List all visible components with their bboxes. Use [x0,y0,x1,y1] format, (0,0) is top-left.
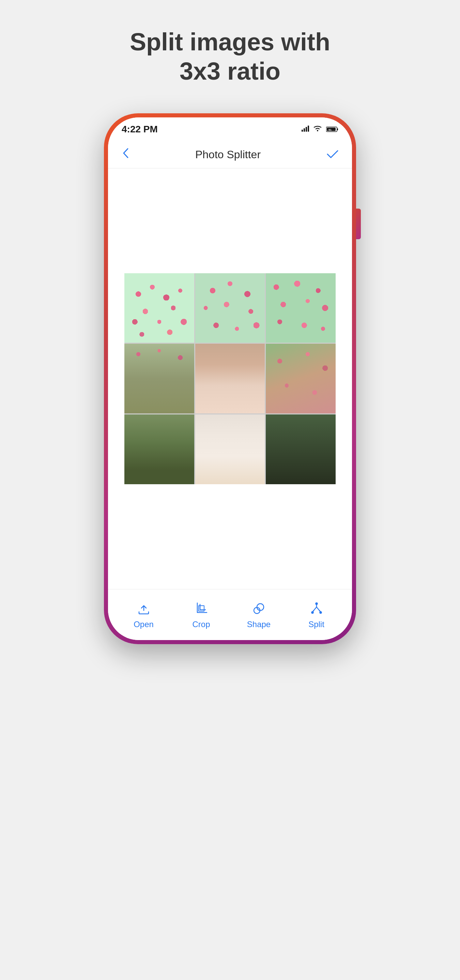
crop-label: Crop [192,620,210,629]
toolbar-item-split[interactable]: Split [296,600,337,629]
grid-cell-1-1 [195,344,265,414]
grid-cell-0-1 [195,273,265,343]
signal-icon [302,125,309,134]
battery-icon: 91 [326,126,339,132]
bottom-toolbar: Open Crop [108,589,352,640]
svg-rect-2 [306,127,307,132]
nav-bar: Photo Splitter [108,141,352,169]
upload-icon [135,600,152,617]
grid-cell-0-0 [125,273,194,343]
open-label: Open [134,620,154,629]
svg-text:91: 91 [329,128,332,131]
svg-rect-6 [337,128,338,130]
back-button[interactable] [121,147,129,162]
status-icons: 91 [302,125,339,134]
toolbar-item-crop[interactable]: Crop [181,600,222,629]
svg-rect-9 [199,606,204,611]
svg-point-12 [316,603,317,605]
svg-point-10 [257,604,264,611]
page-title: Split images with 3x3 ratio [130,27,330,86]
grid-cell-2-0 [125,414,194,484]
phone-mockup: 4:22 PM [104,113,356,644]
svg-rect-1 [303,128,305,132]
toolbar-item-shape[interactable]: Shape [238,600,280,629]
shape-label: Shape [247,620,270,629]
grid-cell-1-0 [125,344,194,414]
svg-point-13 [311,612,313,614]
split-icon [308,600,325,617]
status-time: 4:22 PM [121,124,158,135]
wifi-icon [313,125,322,134]
svg-point-14 [319,612,321,614]
grid-cell-0-2 [266,273,335,343]
check-button[interactable] [327,148,339,161]
grid-cell-1-2 [266,344,335,414]
grid-cell-2-2 [266,414,335,484]
grid-cell-2-1 [195,414,265,484]
photo-grid [125,273,335,484]
toolbar-item-open[interactable]: Open [123,600,164,629]
status-bar: 4:22 PM [108,118,352,141]
main-content [108,169,352,589]
crop-icon [193,600,210,617]
nav-title: Photo Splitter [195,148,261,161]
svg-rect-0 [302,130,303,132]
shape-icon [251,600,267,617]
svg-rect-3 [308,126,309,132]
svg-point-4 [317,130,318,131]
split-label: Split [308,620,324,629]
